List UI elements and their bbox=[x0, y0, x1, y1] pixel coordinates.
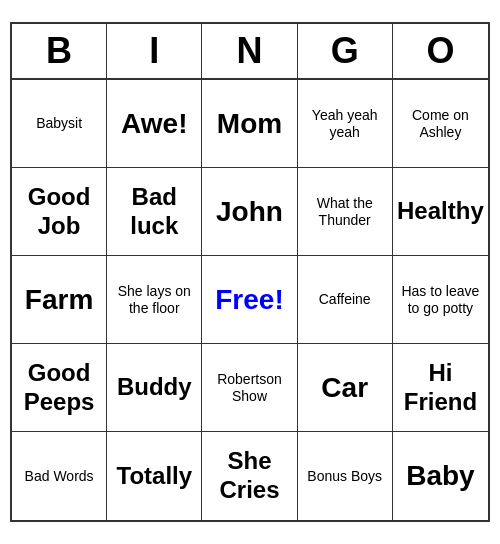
header-letter: G bbox=[298, 24, 393, 78]
bingo-cell: Car bbox=[298, 344, 393, 432]
bingo-cell: Healthy bbox=[393, 168, 488, 256]
bingo-cell: Free! bbox=[202, 256, 297, 344]
bingo-cell: Baby bbox=[393, 432, 488, 520]
bingo-cell: John bbox=[202, 168, 297, 256]
bingo-cell: Robertson Show bbox=[202, 344, 297, 432]
bingo-cell: Bad luck bbox=[107, 168, 202, 256]
bingo-cell: Farm bbox=[12, 256, 107, 344]
bingo-cell: Babysit bbox=[12, 80, 107, 168]
bingo-cell: Caffeine bbox=[298, 256, 393, 344]
bingo-grid: BabysitAwe!MomYeah yeah yeahCome on Ashl… bbox=[12, 80, 488, 520]
bingo-cell: She Cries bbox=[202, 432, 297, 520]
bingo-cell: Has to leave to go potty bbox=[393, 256, 488, 344]
bingo-cell: Come on Ashley bbox=[393, 80, 488, 168]
header-letter: I bbox=[107, 24, 202, 78]
bingo-cell: What the Thunder bbox=[298, 168, 393, 256]
header-letter: N bbox=[202, 24, 297, 78]
bingo-cell: Totally bbox=[107, 432, 202, 520]
bingo-cell: Yeah yeah yeah bbox=[298, 80, 393, 168]
bingo-cell: Hi Friend bbox=[393, 344, 488, 432]
header-letter: O bbox=[393, 24, 488, 78]
bingo-cell: Bonus Boys bbox=[298, 432, 393, 520]
bingo-cell: She lays on the floor bbox=[107, 256, 202, 344]
bingo-card: BINGO BabysitAwe!MomYeah yeah yeahCome o… bbox=[10, 22, 490, 522]
bingo-cell: Awe! bbox=[107, 80, 202, 168]
bingo-cell: Good Job bbox=[12, 168, 107, 256]
bingo-cell: Good Peeps bbox=[12, 344, 107, 432]
header-letter: B bbox=[12, 24, 107, 78]
bingo-cell: Buddy bbox=[107, 344, 202, 432]
bingo-cell: Mom bbox=[202, 80, 297, 168]
bingo-cell: Bad Words bbox=[12, 432, 107, 520]
bingo-header: BINGO bbox=[12, 24, 488, 80]
